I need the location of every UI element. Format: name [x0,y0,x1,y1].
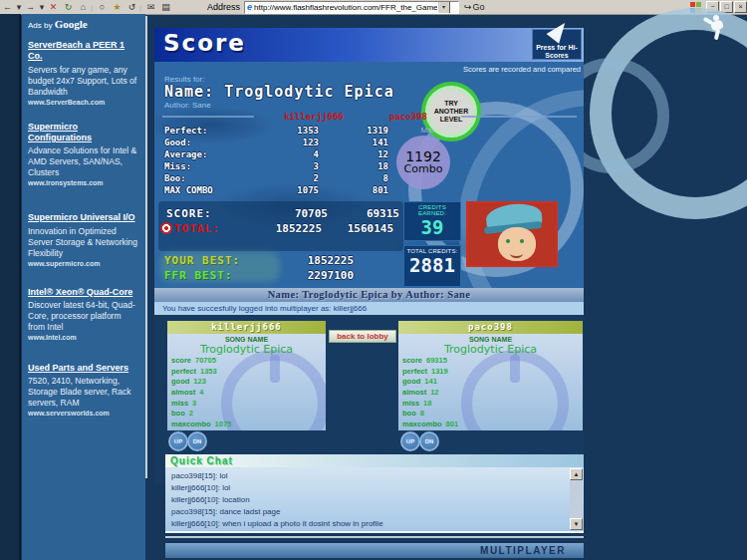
vote-up-button[interactable]: UP [400,431,420,451]
address-input[interactable] [254,2,437,12]
ad-title-link[interactable]: Intel® Xeon® Quad-Core [28,287,139,298]
credits-earned-value: 39 [404,216,460,238]
ad-url: www.ironsystems.com [28,179,139,186]
divider-line [165,536,584,538]
total-row: TOTAL: 1852225 1560145 [158,221,403,235]
panel-stat-row: perfect1319 [402,367,458,378]
power-watermark-icon [221,350,326,430]
ad-url: www.ServerBeach.com [28,99,139,106]
chat-message: paco398[15]: dance ladst page [171,506,578,518]
combo-badge: 1192 Combo [396,136,450,189]
ad-url: www.supermicro.com [28,260,139,267]
forward-icon[interactable]: → [23,0,38,14]
ad-body: 7520, 2410, Networking, Storage Blade se… [28,376,139,409]
score-player2: 69315 [328,207,399,220]
player-column-headers: killerjj666 paco398 [154,112,584,122]
panel-stats: score70705 perfect1353 good123 almost4 m… [171,356,231,430]
favorites-icon[interactable]: ★ [110,0,124,14]
address-bar[interactable]: e ▾ [244,1,459,14]
panel-stat-row: miss18 [402,399,458,410]
multiplayer-footer-bar: MULTIPLAYER [165,543,584,558]
stat-row: Perfect: 1353 1319 [164,125,403,137]
chat-message: killerjj666[10]: lol [171,482,578,494]
ad-body: Discover latest 64-bit, Quad-Core, proce… [28,300,139,333]
song-name-label: SONG NAME [398,336,583,343]
google-logo: Google [55,18,88,30]
multiplayer-login-status: You have succesfully logged into multipl… [154,302,584,315]
combo-value: 1192 [405,149,441,163]
ad-item: Intel® Xeon® Quad-Core Discover latest 6… [28,287,139,341]
divider-line [461,116,577,118]
panel-stat-row: almost4 [171,388,231,399]
total-player2: 1560145 [322,222,393,235]
google-ads-sidebar: Ads by Google ServerBeach a PEER 1 Co. S… [22,14,145,560]
ad-item: Used Parts and Servers 7520, 2410, Netwo… [28,363,139,417]
go-button[interactable]: ↪Go [464,2,485,12]
back-dropdown-icon[interactable]: ▾ [15,0,23,14]
scroll-down-button[interactable]: ▼ [570,518,583,530]
panel-body: SONG NAME Troglodytic Epica score69315 p… [398,334,583,430]
search-icon[interactable]: ○ [95,0,110,14]
quick-chat-box[interactable]: paco398[15]: lol killerjj666[10]: lol ki… [165,467,584,533]
stat-row: Good: 123 141 [164,137,403,148]
divider-line [162,116,254,118]
score-totals-box: SCORE: 70705 69315 TOTAL: 1852225 156014… [158,201,403,251]
multiplayer-panel-paco398: paco398 SONG NAME Troglodytic Epica scor… [398,321,583,430]
vote-down-button[interactable]: DN [187,431,207,451]
player1-name: killerjj666 [259,112,369,122]
panel-player-name: paco398 [398,321,583,334]
history-icon[interactable]: ↺ [124,0,139,14]
ad-title-link[interactable]: Used Parts and Servers [28,363,139,374]
ad-title-link[interactable]: Supermicro Universal I/O [28,212,139,223]
chat-message: paco398[15]: lol [171,470,578,482]
score-player1: 70705 [244,207,328,220]
total-credits-box: TOTAL CREDITS: 2881 [403,245,461,287]
forward-dropdown-icon[interactable]: ▾ [38,0,46,14]
ad-title-link[interactable]: Supermicro Configurations [28,122,139,144]
song-title-banner: Name: Troglodytic Epica by Author: Sane [154,288,584,302]
home-icon[interactable]: ⌂ [76,0,91,14]
panel-stat-row: maxcombo1075 [171,420,231,430]
stat-row: MAX COMBO 1075 801 [164,184,403,196]
panel-song-title: Troglodytic Epica [167,343,326,356]
best-scores: YOUR BEST: 1852225 FFR BEST: 2297100 [164,253,364,283]
score-title: Score [163,30,246,56]
panel-stat-row: boo8 [402,409,458,420]
mail-icon[interactable]: ✉ [143,0,158,14]
ad-title-link[interactable]: ServerBeach a PEER 1 Co. [28,40,139,63]
print-icon[interactable]: ▤ [158,0,173,14]
browser-toolbar: ← ▾ → ▾ ✕ ↻ ⌂ | ○ ★ ↺ | ✉ ▤ Address e ▾ … [0,0,747,15]
panel-stat-row: miss3 [171,399,231,410]
vote-up-button[interactable]: UP [168,431,188,451]
hand-cursor-icon [547,18,572,44]
glow-effect [160,252,280,282]
close-button[interactable]: × [734,1,747,13]
credits-earned-label: CREDITS EARNED: [404,204,460,216]
panel-stat-row: score69315 [402,356,458,367]
hi-scores-button[interactable]: Press for Hi-Scores [532,29,582,60]
ffr-best-value: 2297100 [272,269,354,282]
address-dropdown-icon[interactable]: ▾ [437,1,450,14]
ad-url: www.serversworlds.com [28,410,139,417]
chat-scrollbar[interactable]: ▲ ▼ [570,468,583,530]
stop-icon[interactable]: ✕ [46,0,61,14]
address-label: Address [207,2,240,12]
back-to-lobby-button[interactable]: back to lobby [329,330,396,343]
flash-game-area: Score Press for Hi-Scores Scores are rec… [154,28,584,560]
vote-down-button[interactable]: DN [419,431,439,451]
max-combo-faded-label: Max [405,126,451,135]
total-player1: 1852225 [238,222,322,235]
panel-song-title: Troglodytic Epica [398,343,583,356]
stat-row: Average: 4 12 [164,148,403,160]
combo-label: Combo [404,163,443,175]
score-header: Score Press for Hi-Scores [154,28,584,62]
power-watermark-icon [461,350,569,430]
page-left-edge [0,14,21,560]
stats-table: Perfect: 1353 1319 Good: 123 141 Average… [164,125,403,196]
scroll-up-button[interactable]: ▲ [570,468,583,480]
panel-stat-row: almost12 [402,388,458,399]
ad-body: Advance Solutions for Intel & AMD Server… [28,145,139,178]
back-icon[interactable]: ← [0,0,15,14]
refresh-icon[interactable]: ↻ [61,0,76,14]
scores-recorded-note: Scores are recorded and compared [393,65,581,74]
